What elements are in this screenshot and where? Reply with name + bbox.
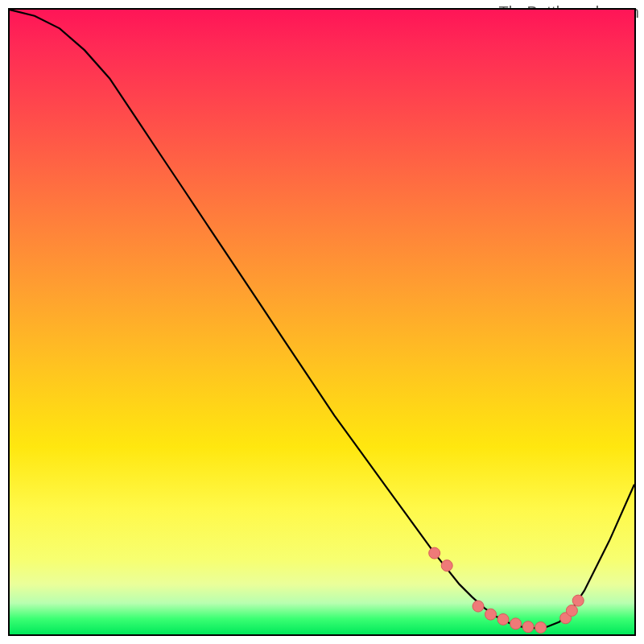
chart-container: TheBottleneck.com [0,0,644,644]
marker-dot [510,618,522,630]
marker-dot [485,609,497,620]
plot-area [8,8,636,636]
bottleneck-curve [10,10,634,634]
marker-dot [441,560,452,572]
marker-dot [429,547,440,559]
marker-dot [535,622,547,634]
curve-markers [429,547,584,633]
marker-dot [572,595,584,606]
marker-dot [497,613,509,625]
curve-line [10,10,634,628]
marker-dot [473,601,484,612]
marker-dot [522,621,534,633]
marker-dot [566,605,577,617]
